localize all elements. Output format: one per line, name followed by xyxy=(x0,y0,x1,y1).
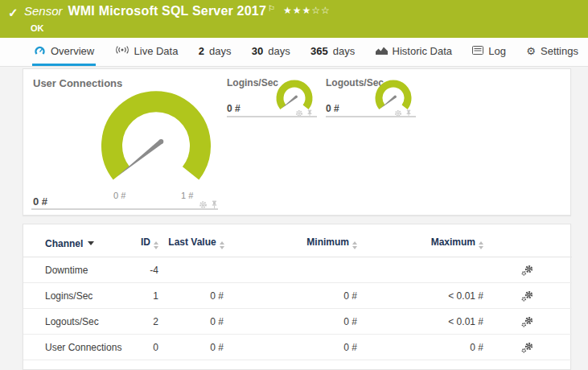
priority-stars[interactable]: ★★★☆☆ xyxy=(283,5,331,16)
tab-30-days[interactable]: 30 days xyxy=(250,38,292,66)
gauge-scale-max: 1 # xyxy=(181,191,193,200)
tab-live-data[interactable]: Live Data xyxy=(113,38,180,66)
channel-settings-icon[interactable] xyxy=(521,316,571,327)
sort-icon xyxy=(352,241,357,249)
tab-label: Settings xyxy=(541,45,578,57)
log-icon xyxy=(472,45,483,57)
channels-table: Channel ID Last Value Minimum Maximum Do… xyxy=(23,236,572,360)
channel-id: -4 xyxy=(140,257,164,283)
channel-maximum: < 0.01 # xyxy=(361,309,487,335)
channel-maximum: < 0.01 # xyxy=(361,283,487,309)
channel-maximum xyxy=(361,257,487,283)
table-header-row: Channel ID Last Value Minimum Maximum xyxy=(23,236,572,257)
channel-name: User Connections xyxy=(23,335,140,360)
tab-log[interactable]: Log xyxy=(471,38,508,66)
column-header-id[interactable]: ID xyxy=(140,236,164,257)
page-title: WMI Microsoft SQL Server 2017 xyxy=(68,4,266,18)
channel-id: 2 xyxy=(140,309,164,335)
gear-icon: ⚙ xyxy=(526,46,536,56)
tab-label: Overview xyxy=(51,45,94,57)
channel-name: Downtime xyxy=(23,257,140,283)
tab-2-days[interactable]: 2 days xyxy=(197,38,233,66)
gauge-pin-icon[interactable] xyxy=(211,198,218,212)
primary-gauge-value: 0 # xyxy=(33,195,47,208)
tab-label: days xyxy=(268,45,290,57)
channel-name: Logins/Sec xyxy=(23,283,140,309)
tab-label: days xyxy=(333,45,355,57)
gauge-icon xyxy=(34,44,46,57)
column-header-minimum[interactable]: Minimum xyxy=(228,236,361,257)
channel-last-value: 0 # xyxy=(164,309,228,335)
gauge-gear-icon[interactable] xyxy=(199,198,208,212)
gauges-panel: User Connections 0 # 1 # 0 # Logins/Sec … xyxy=(23,68,571,216)
area-chart-icon xyxy=(376,45,388,57)
tab-number: 30 xyxy=(252,45,263,57)
gauge-gear-icon[interactable] xyxy=(394,106,402,121)
channel-settings-icon[interactable] xyxy=(521,265,571,276)
column-header-maximum[interactable]: Maximum xyxy=(361,236,487,257)
tab-historic-data[interactable]: Historic Data xyxy=(374,38,454,66)
tab-overview[interactable]: Overview xyxy=(32,38,96,66)
channel-last-value: 0 # xyxy=(164,283,228,309)
gauge-pin-icon[interactable] xyxy=(306,106,313,121)
sensor-kind-label: Sensor xyxy=(24,4,63,18)
tab-365-days[interactable]: 365 days xyxy=(309,38,356,66)
table-row: User Connections 0 0 # 0 # 0 # xyxy=(23,335,572,360)
tab-number: 365 xyxy=(310,45,328,57)
gauge-scale-min: 0 # xyxy=(113,191,125,200)
sort-icon xyxy=(154,241,158,249)
sensor-status-bar: ✓ Sensor WMI Microsoft SQL Server 2017 ⚐… xyxy=(0,0,588,38)
priority-flag-icon[interactable]: ⚐ xyxy=(268,4,275,13)
sort-icon xyxy=(220,241,224,249)
channel-id: 1 xyxy=(140,283,164,309)
table-row: Downtime -4 xyxy=(23,257,572,283)
channel-minimum: 0 # xyxy=(228,335,361,360)
channel-settings-icon[interactable] xyxy=(521,342,571,353)
channel-last-value xyxy=(164,257,228,283)
tab-label: Log xyxy=(488,45,506,57)
channels-panel: Channel ID Last Value Minimum Maximum Do… xyxy=(23,224,571,370)
user-connections-gauge[interactable] xyxy=(96,88,216,204)
tab-label: days xyxy=(209,45,231,57)
logins-gauge-value: 0 # xyxy=(227,103,241,114)
channel-settings-icon[interactable] xyxy=(521,290,571,302)
tab-settings[interactable]: ⚙ Settings xyxy=(524,38,580,66)
tab-label: Live Data xyxy=(134,45,179,57)
gauge-pin-icon[interactable] xyxy=(405,106,412,121)
sort-icon xyxy=(479,241,483,249)
live-data-icon xyxy=(115,45,130,57)
table-row: Logouts/Sec 2 0 # 0 # < 0.01 # xyxy=(23,309,572,335)
column-header-channel[interactable]: Channel xyxy=(23,236,140,257)
channel-minimum xyxy=(228,257,361,283)
tab-label: Historic Data xyxy=(393,45,452,57)
logouts-gauge-value: 0 # xyxy=(326,103,339,114)
sort-descending-icon xyxy=(88,241,94,245)
channel-id: 0 xyxy=(140,335,164,360)
tab-bar: Overview Live Data 2 days 30 days 365 da… xyxy=(0,38,588,67)
tab-number: 2 xyxy=(199,45,204,57)
channel-maximum: 0 # xyxy=(361,335,487,360)
logins-gauge-title: Logins/Sec xyxy=(227,77,278,88)
channel-minimum: 0 # xyxy=(228,283,361,309)
table-row: Logins/Sec 1 0 # 0 # < 0.01 # xyxy=(23,283,572,309)
gauge-gear-icon[interactable] xyxy=(295,106,303,121)
channel-minimum: 0 # xyxy=(228,309,361,335)
status-check-icon: ✓ xyxy=(8,6,19,20)
channel-last-value: 0 # xyxy=(164,335,228,360)
channel-name: Logouts/Sec xyxy=(23,309,140,335)
column-header-last-value[interactable]: Last Value xyxy=(164,236,228,257)
status-badge: OK xyxy=(31,23,44,33)
